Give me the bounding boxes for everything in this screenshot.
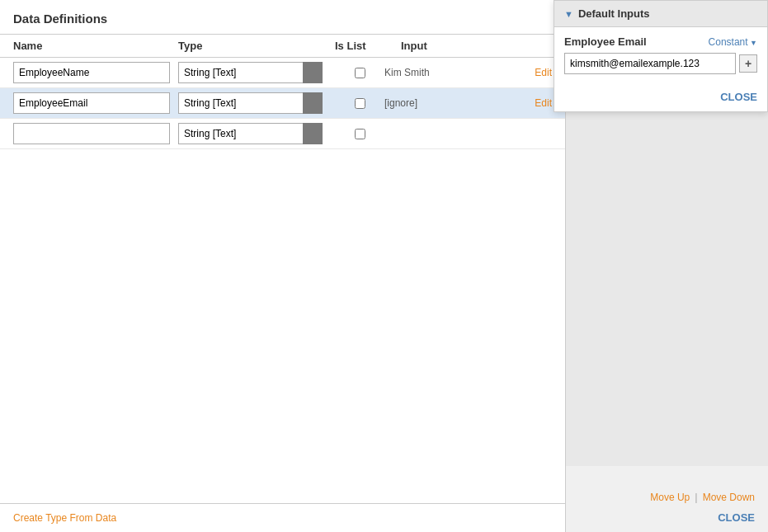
input-field-row: +	[564, 53, 757, 74]
row-type-select[interactable]: String [Text] Number Boolean Date	[178, 123, 323, 144]
type-select-wrapper: String [Text] Number Boolean Date	[178, 92, 323, 114]
right-panel-footer: CLOSE	[554, 82, 767, 111]
table-body: String [Text] Number Boolean Date Kim Sm…	[0, 58, 565, 503]
row-type-select[interactable]: String [Text] Number Boolean Date	[178, 92, 323, 114]
islist-check[interactable]	[355, 129, 365, 139]
col-header-islist: Is List	[335, 40, 401, 52]
islist-check[interactable]	[355, 98, 365, 109]
table-header: Name Type Is List Input	[0, 34, 565, 58]
input-row-label: Employee Email Constant	[564, 35, 757, 48]
field-label: Employee Email	[564, 35, 647, 48]
col-header-type: Type	[178, 40, 335, 52]
collapse-icon[interactable]: ▼	[564, 9, 573, 19]
bottom-close-button[interactable]: CLOSE	[718, 511, 755, 524]
row-edit-link[interactable]: Edit	[535, 67, 552, 78]
right-panel-title: Default Inputs	[578, 7, 650, 20]
constant-link[interactable]: Constant	[709, 36, 757, 48]
row-name-input[interactable]	[13, 92, 170, 114]
row-islist-checkbox	[335, 129, 384, 139]
move-up-button[interactable]: Move Up	[650, 492, 690, 503]
row-islist-checkbox	[335, 68, 384, 78]
col-header-name: Name	[13, 40, 178, 52]
col-header-input: Input	[401, 40, 552, 52]
type-select-wrapper: String [Text] Number Boolean Date	[178, 123, 323, 144]
field-value-input[interactable]	[564, 53, 736, 74]
row-type-select[interactable]: String [Text] Number Boolean Date	[178, 62, 323, 83]
right-panel-body: Employee Email Constant +	[554, 27, 767, 82]
row-input-value: Kim Smith	[384, 67, 535, 78]
left-panel: Data Definitions Name Type Is List Input…	[0, 0, 566, 532]
table-row: String [Text] Number Boolean Date [ignor…	[0, 88, 565, 119]
add-button[interactable]: +	[739, 54, 757, 73]
row-input-value: [ignore]	[384, 97, 535, 109]
row-edit-link[interactable]: Edit	[535, 97, 552, 109]
create-type-link[interactable]: Create Type From Data	[13, 512, 116, 524]
bottom-right-controls: Move Up | Move Down CLOSE	[566, 466, 768, 532]
islist-check[interactable]	[355, 68, 365, 78]
table-row: String [Text] Number Boolean Date Kim Sm…	[0, 58, 565, 88]
row-name-input[interactable]	[13, 62, 170, 83]
row-name-input[interactable]	[13, 123, 170, 144]
main-container: Data Definitions Name Type Is List Input…	[0, 0, 768, 532]
row-islist-checkbox	[335, 98, 384, 109]
panel-title: Data Definitions	[0, 0, 565, 34]
move-buttons: Move Up | Move Down	[650, 491, 755, 503]
right-panel: ▼ Default Inputs Employee Email Constant…	[554, 0, 768, 112]
table-row: String [Text] Number Boolean Date	[0, 119, 565, 149]
right-close-button[interactable]: CLOSE	[720, 91, 757, 103]
move-separator: |	[695, 491, 697, 503]
type-select-wrapper: String [Text] Number Boolean Date	[178, 62, 323, 83]
left-bottom-bar: Create Type From Data	[0, 503, 565, 532]
right-panel-header: ▼ Default Inputs	[554, 1, 767, 27]
move-down-button[interactable]: Move Down	[703, 492, 755, 503]
